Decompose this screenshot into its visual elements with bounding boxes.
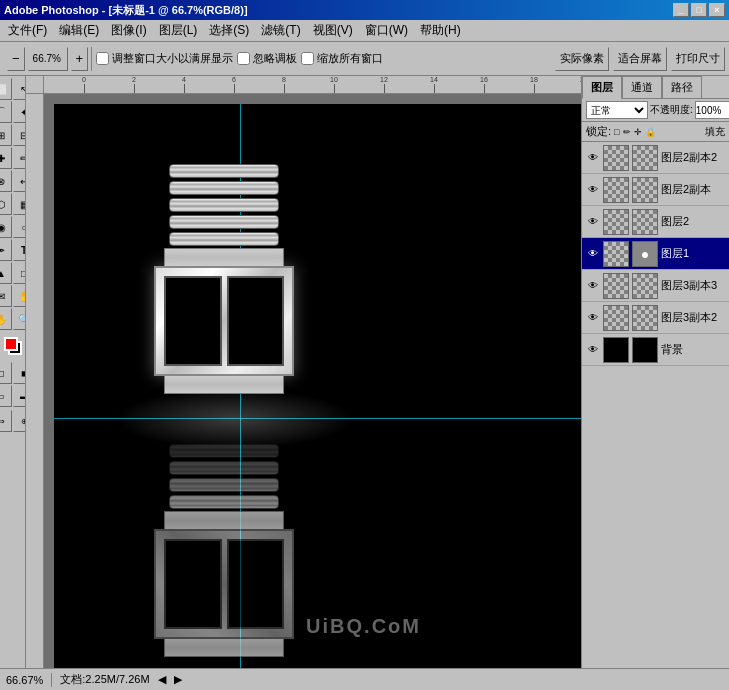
minimize-button[interactable]: _ (673, 3, 689, 17)
tool-group-8: ✒ T (0, 239, 26, 261)
titlebar: Adobe Photoshop - [未标题-1 @ 66.7%(RGB/8)]… (0, 0, 729, 20)
titlebar-controls[interactable]: _ □ × (673, 3, 725, 17)
foreground-color-swatch[interactable] (4, 337, 18, 351)
layer-visibility-2[interactable]: 👁 (586, 215, 600, 229)
layer-thumb-0 (603, 145, 629, 171)
layer-visibility-1[interactable]: 👁 (586, 183, 600, 197)
print-size-button[interactable]: 打印尺寸 (671, 47, 725, 71)
tool-shape[interactable]: □ (13, 262, 26, 284)
canvas-content[interactable]: UiBQ.CoM (44, 94, 581, 668)
tool-lasso[interactable]: ⌒ (0, 101, 12, 123)
ruler-line-0 (84, 84, 85, 94)
fill-label: 填充 (705, 125, 725, 139)
layer-visibility-0[interactable]: 👁 (586, 151, 600, 165)
ruler-tick-16: 16 (480, 76, 488, 83)
opacity-input[interactable] (695, 101, 729, 119)
ignore-palette-checkbox[interactable]: 忽略调板 (237, 51, 297, 66)
layer-item-1[interactable]: 👁 图层2副本 (582, 174, 729, 206)
tool-path-selection[interactable]: ▲ (0, 262, 12, 284)
layer-visibility-3[interactable]: 👁 (586, 247, 600, 261)
fit-screen-button[interactable]: 适合屏幕 (613, 47, 667, 71)
menu-help[interactable]: 帮助(H) (414, 20, 467, 41)
layer-visibility-5[interactable]: 👁 (586, 311, 600, 325)
resize-window-checkbox[interactable]: 调整窗口大小以满屏显示 (96, 51, 233, 66)
menu-window[interactable]: 窗口(W) (359, 20, 414, 41)
layer-item-0[interactable]: 👁 图层2副本2 (582, 142, 729, 174)
zoom-in-button[interactable]: + (71, 47, 89, 71)
ruler-line-14 (434, 84, 435, 94)
tool-move[interactable]: ↖ (13, 78, 26, 100)
tool-blur[interactable]: ◉ (0, 216, 12, 238)
menu-filter[interactable]: 滤镜(T) (255, 20, 306, 41)
blend-mode-select[interactable]: 正常 溶解 正片叠底 (586, 101, 648, 119)
layer-item-2[interactable]: 👁 图层2 (582, 206, 729, 238)
layer-item-3[interactable]: 👁 ● 图层1 (582, 238, 729, 270)
tool-marquee[interactable]: ⬜ (0, 78, 12, 100)
nav-right[interactable]: ▶ (174, 673, 182, 686)
menu-edit[interactable]: 编辑(E) (53, 20, 105, 41)
tool-brush[interactable]: ✏ (13, 147, 26, 169)
tool-dodge[interactable]: ○ (13, 216, 26, 238)
color-swatches[interactable] (2, 335, 24, 357)
lock-position-icon[interactable]: ✛ (634, 127, 642, 137)
layer-visibility-6[interactable]: 👁 (586, 343, 600, 357)
ruler-line-16 (484, 84, 485, 94)
lock-all-icon[interactable]: 🔒 (645, 127, 656, 137)
layer-item-4[interactable]: 👁 图层3副本3 (582, 270, 729, 302)
tab-paths[interactable]: 路径 (662, 76, 702, 98)
menu-layer[interactable]: 图层(L) (153, 20, 204, 41)
tool-zoom[interactable]: 🔍 (13, 308, 26, 330)
ruler-tick-20: 20 (580, 76, 581, 83)
tool-screen-mode2[interactable]: ▬ (13, 385, 26, 407)
close-button[interactable]: × (709, 3, 725, 17)
tool-crop[interactable]: ⊞ (0, 124, 12, 146)
blend-row: 正常 溶解 正片叠底 不透明度: (582, 99, 729, 122)
tool-eraser[interactable]: ⬡ (0, 193, 12, 215)
layer-thumb-2 (603, 209, 629, 235)
tool-heal[interactable]: ✚ (0, 147, 12, 169)
tool-screen-mode[interactable]: ▭ (0, 385, 12, 407)
tool-quick-mask[interactable]: ◼ (13, 362, 26, 384)
zoom-tools: − 66.7% + (4, 47, 92, 71)
layer-visibility-4[interactable]: 👁 (586, 279, 600, 293)
tab-layers[interactable]: 图层 (582, 76, 622, 99)
toolbar: − 66.7% + 调整窗口大小以满屏显示 忽略调板 缩放所有窗口 实际像素 适… (0, 42, 729, 76)
lock-transparent-icon[interactable]: □ (614, 127, 619, 137)
tool-magic-wand[interactable]: ✦ (13, 101, 26, 123)
layer-thumb-2b (632, 209, 658, 235)
tool-action[interactable]: ⊕ (13, 410, 26, 432)
tool-text[interactable]: T (13, 239, 26, 261)
zoom-out-button[interactable]: − (7, 47, 25, 71)
tool-hand[interactable]: ✋ (0, 308, 12, 330)
zoom-value-button[interactable]: 66.7% (28, 47, 68, 71)
main-layout: ⬜ ↖ ⌒ ✦ ⊞ ⊟ ✚ ✏ ⊗ ↩ ⬡ ▦ ◉ ○ ✒ T (0, 76, 729, 668)
canvas-area[interactable]: 0 2 4 6 8 10 12 14 16 18 20 (26, 76, 581, 668)
tool-notes[interactable]: ✉ (0, 285, 12, 307)
tool-standard-mode[interactable]: ◻ (0, 362, 12, 384)
lock-image-icon[interactable]: ✏ (623, 127, 631, 137)
maximize-button[interactable]: □ (691, 3, 707, 17)
menu-select[interactable]: 选择(S) (203, 20, 255, 41)
nav-left[interactable]: ◀ (158, 673, 166, 686)
layer-item-5[interactable]: 👁 图层3副本2 (582, 302, 729, 334)
tab-channels[interactable]: 通道 (622, 76, 662, 98)
layer-item-6[interactable]: 👁 背景 (582, 334, 729, 366)
tool-slice[interactable]: ⊟ (13, 124, 26, 146)
tool-group-2: ⌒ ✦ (0, 101, 26, 123)
ruler-tick-0: 0 (82, 76, 86, 83)
tool-group-14: ⇒ ⊕ (0, 410, 26, 432)
menu-image[interactable]: 图像(I) (105, 20, 152, 41)
menu-view[interactable]: 视图(V) (307, 20, 359, 41)
tool-clone[interactable]: ⊗ (0, 170, 12, 192)
actual-pixels-button[interactable]: 实际像素 (555, 47, 609, 71)
ruler-top-content: 0 2 4 6 8 10 12 14 16 18 20 (44, 76, 581, 93)
band-refl-1 (169, 495, 279, 509)
zoom-all-checkbox[interactable]: 缩放所有窗口 (301, 51, 383, 66)
layers-tabs: 图层 通道 路径 (582, 76, 729, 99)
menu-file[interactable]: 文件(F) (2, 20, 53, 41)
tool-pen[interactable]: ✒ (0, 239, 12, 261)
tool-jump[interactable]: ⇒ (0, 410, 12, 432)
tool-gradient[interactable]: ▦ (13, 193, 26, 215)
tool-history-brush[interactable]: ↩ (13, 170, 26, 192)
tool-eyedropper[interactable]: ✋ (13, 285, 26, 307)
